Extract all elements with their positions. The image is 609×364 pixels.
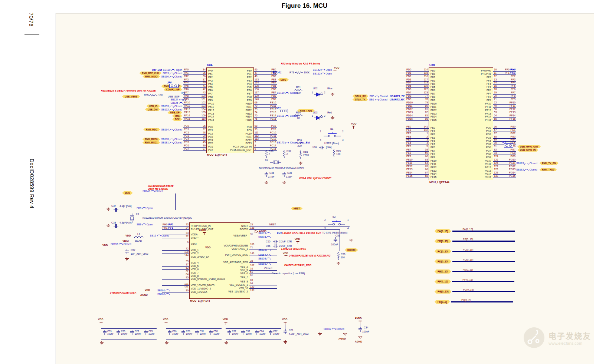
sb152: SB152Open <box>313 72 332 75</box>
r73-resistor: R73 100K <box>289 71 310 74</box>
c36-value: 2.7pF <box>268 175 274 178</box>
solder-bridge: SB133 <box>161 105 168 108</box>
capacitor-icon <box>116 330 121 335</box>
page-number-rule <box>24 34 39 34</box>
note-vddusb: L496ZG:VDDUSB & F303ZE:PH2 <box>282 232 321 235</box>
inside-pin-name: PA3 <box>208 79 214 83</box>
pin-row: 140PB9 <box>254 98 350 101</box>
pin-row: PE859 <box>349 152 429 155</box>
bank3-caps: C32100nFC33100nFC24100nFC27100nF <box>227 330 282 335</box>
bus-wire: PA[0..15] <box>452 228 515 232</box>
watermark: 电子发烧友 www.elecfans.com <box>523 326 591 349</box>
u8b-inside-pd: PD0PD1PD2PD3PD4PD5PD6PD7PD8PD9PD10PD11PD… <box>430 69 437 122</box>
pin-wire: PA11103 <box>183 105 206 108</box>
vdd-label: VDD <box>125 234 131 237</box>
pushbutton-icon <box>328 220 345 226</box>
ld3-pin1: 1 <box>312 115 313 118</box>
pin-row: USB_DPPA13105 <box>126 111 206 115</box>
note-sb149-2: Open for L496ZG <box>148 188 168 190</box>
c21-ref: C21 <box>289 329 293 332</box>
pin-row: PC696 <box>126 144 206 148</box>
capacitor: C30100nF <box>116 330 130 335</box>
bus-row: PC[0..15]PC[0..15] <box>433 242 530 252</box>
u8b-pd-pins: PD0114PD1115PD2116PD3117PD4118PD5119PD61… <box>349 68 429 121</box>
solder-bridge-arc-icon <box>171 69 175 71</box>
pin-row: 93PG8 <box>493 152 597 155</box>
u8b-inside-pf: PF0/PH0PF1/PH1PF2PF3PF4PF5PF6PF7PF8PF9PF… <box>446 69 491 122</box>
bus-wire: PC[0..15] <box>452 248 515 252</box>
frame-left <box>56 13 56 364</box>
pin-row: SB127PA9101 <box>126 98 206 101</box>
inside-pin-name: PA14 <box>208 115 214 119</box>
cap-value: 100nF <box>135 332 141 335</box>
bus-row: PH[0..2]PH[0..2] <box>433 292 530 302</box>
r59-resistor: R59 330 <box>295 139 304 147</box>
pin-row: PD1586 <box>349 118 429 121</box>
pin-row: USB_DMSB132ClosedPA12104 <box>126 108 206 111</box>
u8a-part: MCU_LQFP144 <box>207 153 227 156</box>
bus-wire: PD[0..15] <box>452 258 515 262</box>
vdd-icon <box>164 322 168 325</box>
u8b-pf-pins: 10PF0/PH011PF1/PH112PF213PF314PF415PF518… <box>493 68 567 121</box>
pin-row: RMII_RXD0SB178ClosedPC444 <box>126 138 206 141</box>
pin-wire: PA8100 <box>183 95 206 98</box>
sb162: SB162Closed <box>324 328 344 330</box>
pin-row: PE1568 <box>349 175 429 178</box>
crystal-icon <box>270 160 281 165</box>
bus-flag: PD[0..15] <box>435 259 451 264</box>
pwr-vdda-pins: 3332 <box>109 232 189 238</box>
capacitor-icon <box>283 329 288 334</box>
pin-wire: PA10102 <box>183 101 206 105</box>
pin-row: 134PB4 <box>254 82 350 85</box>
sb166: SB166 <box>157 293 170 295</box>
pin-wire: PA440 <box>183 81 206 85</box>
inside-pin-name: PA15 <box>208 119 214 122</box>
pin-row: RMII_CRS_DVPA541 <box>126 85 206 88</box>
c37-value: 4.3pF[N/A] <box>119 205 132 208</box>
gnd-icon <box>106 224 111 227</box>
bus-flag: PH[0..2] <box>435 300 450 304</box>
r37-ref: R37 <box>287 150 291 153</box>
vdd-icon <box>352 126 355 129</box>
vdd-icon <box>224 322 227 325</box>
pin-row: RMII_REF_CLKSB13ClosedPA135 <box>126 72 206 75</box>
inductor-icon <box>134 236 144 239</box>
tp1-label: TP1 <box>180 92 185 95</box>
r58-value: 220K <box>303 154 309 157</box>
l1-ref: L1 <box>137 233 140 236</box>
r36-value: 10K <box>341 256 345 259</box>
agnd-arrow-icon <box>255 230 258 234</box>
capacitor-icon <box>102 330 107 335</box>
ld3-ref: LD3 <box>313 111 317 114</box>
b1-pin2: 2 <box>342 130 344 133</box>
pin-row: RMII_MDCSB164ClosedPC127 <box>126 128 206 131</box>
gnd-icon <box>164 341 169 344</box>
gnd-icon <box>336 262 341 265</box>
sb8: SB8Open <box>137 207 153 209</box>
cap-value: 100nF <box>107 332 114 335</box>
signal-flag: RMII_MDIO <box>143 75 160 78</box>
pin-row: 98PC8 <box>254 125 350 128</box>
c57-ref: C57 <box>131 249 135 252</box>
pin-row: 133PB3SWO <box>254 78 350 82</box>
vdd-label: VDD <box>295 238 300 241</box>
pin-row: PE1142 <box>349 129 429 132</box>
l1-value: BEAD <box>135 239 142 242</box>
pin-wire: PA9101 <box>183 98 206 101</box>
vdd-label: VDD <box>205 246 210 249</box>
vdd-icon <box>99 322 103 325</box>
jp7-jumper-icon <box>279 109 288 113</box>
pin-row: 53PF13 <box>493 111 567 115</box>
solder-bridge: SB13 <box>163 72 169 75</box>
boot0-wire-h <box>271 229 340 230</box>
vdd-label: VDD <box>102 244 108 247</box>
bridge-state: Closed <box>174 72 182 75</box>
pwr-in-bypass: VSS_4/BYPASS_REG <box>203 261 248 264</box>
pwr-in-vss-a: VSS_2VSS_5VSS_6VSS_7 <box>203 265 248 279</box>
pin-row: PC797 <box>126 148 206 151</box>
note-r35: R35,SB125 & SB127 removed only for F303Z… <box>101 89 156 92</box>
r58-ref: R58 <box>303 150 308 153</box>
bank3-rail-top <box>226 328 281 329</box>
capacitor: C28100nF <box>130 330 144 335</box>
vdd-label: VDD <box>145 289 150 292</box>
